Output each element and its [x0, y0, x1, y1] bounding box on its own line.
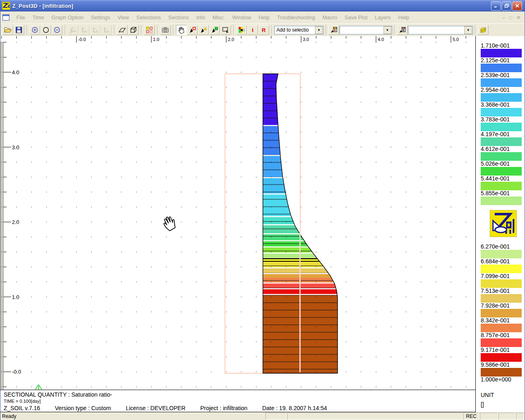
checker-icon: [237, 26, 246, 34]
mdi-minimize-icon[interactable]: –: [502, 15, 505, 21]
status-panel: [516, 413, 524, 420]
menu-item-sections[interactable]: Sections: [164, 13, 192, 22]
pick-edge-button[interactable]: [198, 25, 209, 35]
snapshot-button[interactable]: [160, 25, 171, 35]
toolbar: yxz yx zx zy: [0, 23, 525, 36]
contour-band: [263, 178, 386, 194]
contour-band: [263, 217, 386, 225]
selection-mode-combo[interactable]: Add to selectio ▼: [274, 26, 324, 34]
toolbar-separator: [272, 25, 272, 35]
chevron-down-icon[interactable]: ▼: [383, 26, 391, 34]
menu-item-file[interactable]: File: [13, 13, 29, 22]
contour-band: [263, 126, 386, 155]
menu-item-time[interactable]: Time: [29, 13, 48, 22]
view-3d-axes-button[interactable]: yxz: [68, 25, 78, 35]
status-message: Ready: [0, 413, 265, 420]
section-cut-button[interactable]: [117, 25, 128, 35]
menu-item-macro[interactable]: Macro: [319, 13, 341, 22]
zoom-window-button[interactable]: [41, 25, 51, 35]
legend-color-swatch: [481, 368, 522, 377]
h-ruler-label: 2.0: [228, 37, 234, 42]
svg-text:E: E: [402, 28, 404, 32]
menu-item-info[interactable]: Info: [192, 13, 209, 22]
document-icon[interactable]: [2, 14, 9, 21]
cube-icon: [129, 26, 137, 34]
info-field: License : DEVELOPER: [126, 405, 186, 411]
info-field: Version type : Custom: [55, 405, 111, 411]
mdi-restore-icon[interactable]: □: [509, 15, 512, 21]
app-icon: [2, 2, 10, 10]
legend-value-label: 9.171e-001: [481, 347, 525, 353]
legend-value-label: 9.586e-001: [481, 362, 525, 368]
pick-face-button[interactable]: [209, 25, 220, 35]
legend-color-swatch: [481, 108, 522, 116]
contour-band: [263, 294, 386, 373]
layers-button[interactable]: [478, 25, 488, 35]
contour-band: [263, 225, 386, 234]
multi-view-button[interactable]: [144, 25, 155, 35]
restore-button[interactable]: [502, 1, 511, 11]
legend-value-label: 2.125e-001: [481, 57, 525, 64]
mdi-close-icon[interactable]: ✕: [516, 15, 520, 21]
existing-selection-button[interactable]: E: [329, 25, 339, 35]
toolbar-separator: [65, 25, 66, 35]
layers-icon: [479, 26, 487, 34]
menu-item-layers[interactable]: Layers: [371, 13, 395, 22]
i-label: I: [252, 27, 253, 33]
menu-item-window[interactable]: Window: [228, 13, 255, 22]
zoom-out-button[interactable]: [52, 25, 62, 35]
svg-text:z: z: [94, 27, 96, 30]
title-bar: Z_Post3D - [infiltration]: [0, 0, 525, 11]
reset-button[interactable]: R: [258, 25, 269, 35]
zoom-in-icon: [31, 26, 39, 34]
menu-item-save-plot[interactable]: Save Plot: [341, 13, 371, 22]
time-label: TIME = 0.100[day]: [4, 398, 475, 404]
view-yx-plane-button[interactable]: yx: [79, 25, 89, 35]
h-ruler-label: 1.0: [153, 37, 159, 42]
info-field: Z_SOIL v.7.16: [4, 405, 40, 411]
rect-select-icon: [221, 26, 230, 34]
zoom-in-button[interactable]: [30, 25, 40, 35]
contour-plot[interactable]: -0.01.02.03.04.05.04.03.02.01.0-0.0: [0, 36, 475, 390]
legend-max-label: 1.000e+000: [481, 377, 525, 383]
menu-item-help[interactable]: Help: [255, 13, 273, 22]
menu-item-selections[interactable]: Selections: [132, 13, 164, 22]
zoom-circle-icon: [42, 26, 50, 34]
window-zoom-button[interactable]: [220, 25, 231, 35]
legend-value-label: 7.513e-001: [481, 288, 525, 294]
pick-node-button[interactable]: [187, 25, 198, 35]
existing-group-button[interactable]: E: [397, 25, 408, 35]
legend-color-swatch: [481, 49, 522, 57]
legend-value-label: 3.783e-001: [481, 116, 525, 123]
menu-item-graph-option[interactable]: Graph Option: [48, 13, 87, 22]
svg-text:z: z: [70, 29, 71, 32]
toolbar-separator: [394, 25, 395, 35]
pan-tool-button[interactable]: [176, 25, 187, 35]
legend-color-swatch: [481, 279, 522, 288]
close-button[interactable]: [512, 1, 522, 11]
legend-value-label: 7.099e-001: [481, 273, 525, 279]
chevron-down-icon[interactable]: ▼: [464, 26, 472, 34]
contour-band: [263, 194, 386, 217]
menu-item-view[interactable]: View: [114, 13, 132, 22]
mdi-window-controls: – □ ✕: [502, 15, 525, 21]
menu-item-help-2[interactable]: Help: [395, 13, 413, 22]
selection-mode-value: Add to selectio: [275, 27, 315, 33]
group-list-combo[interactable]: ▼: [408, 26, 473, 34]
view-zx-plane-button[interactable]: zx: [90, 25, 100, 35]
menu-item-misc-[interactable]: Misc.: [209, 13, 228, 22]
view-zy-plane-button[interactable]: zy: [101, 25, 112, 35]
contour-band: [263, 289, 386, 294]
material-colors-button[interactable]: [236, 25, 247, 35]
plot-canvas-area[interactable]: -0.01.02.03.04.05.04.03.02.01.0-0.0: [0, 36, 475, 390]
solid-view-button[interactable]: [128, 25, 139, 35]
menu-item-troubleshooting[interactable]: Troubleshooting: [273, 13, 319, 22]
chevron-down-icon[interactable]: ▼: [315, 26, 323, 34]
save-button[interactable]: [14, 25, 24, 35]
selection-list-combo[interactable]: ▼: [340, 26, 392, 34]
minimize-button[interactable]: [491, 1, 501, 11]
menu-item-settings[interactable]: Settings: [87, 13, 114, 22]
initial-state-button[interactable]: I: [247, 25, 258, 35]
legend-color-swatch: [481, 309, 522, 317]
open-button[interactable]: [2, 25, 13, 35]
